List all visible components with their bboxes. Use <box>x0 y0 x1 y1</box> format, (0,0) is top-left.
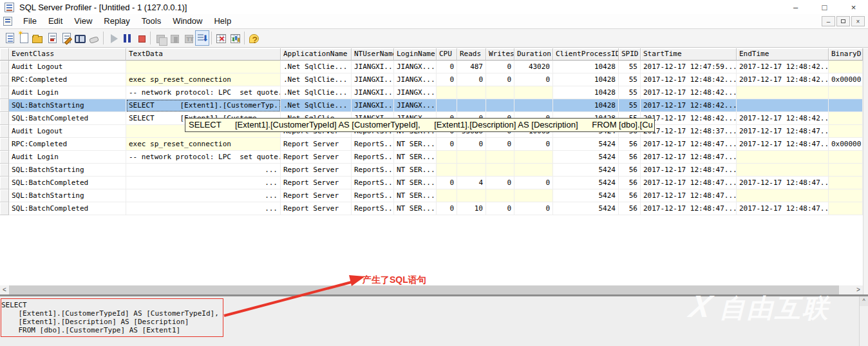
column-header-end[interactable]: EndTime <box>737 48 829 61</box>
column-header-duration[interactable]: Duration <box>514 48 553 61</box>
cell-start[interactable]: 2017-12-17 12:48:47... <box>641 151 737 164</box>
cell-duration[interactable] <box>514 86 553 99</box>
pause-trace-button[interactable] <box>120 30 134 46</box>
cell-eventClass[interactable]: Audit Login <box>9 86 126 99</box>
horizontal-scrollbar-thumb[interactable] <box>9 285 839 294</box>
cell-appName[interactable]: .Net SqlClie... <box>281 61 352 73</box>
cell-eventClass[interactable]: Audit Logout <box>9 125 126 138</box>
cell-cpu[interactable] <box>437 86 457 99</box>
scroll-up-button[interactable]: ^ <box>860 296 868 306</box>
cell-binary[interactable] <box>829 177 863 189</box>
row-header-cell[interactable] <box>0 177 9 189</box>
table-row[interactable]: RPC:Completedexec sp_reset_connection.Ne… <box>0 73 863 86</box>
cell-end[interactable]: 2017-12-17 12:48:47... <box>737 138 829 151</box>
menu-item-replay[interactable]: Replay <box>98 14 135 28</box>
cell-start[interactable]: 2017-12-17 12:48:42... <box>641 112 737 125</box>
cell-writes[interactable] <box>486 189 514 202</box>
table-row[interactable]: Audit Login-- network protocol: LPC set … <box>0 86 863 99</box>
cell-writes[interactable] <box>486 151 514 164</box>
cell-eventClass[interactable]: RPC:Completed <box>9 138 126 151</box>
cell-cpu[interactable]: 0 <box>437 73 457 86</box>
find-button[interactable] <box>73 30 87 46</box>
row-header-cell[interactable] <box>0 138 9 151</box>
cell-eventClass[interactable]: SQL:BatchStarting <box>9 164 126 177</box>
toggle-breakpoint-button[interactable] <box>181 30 195 46</box>
column-header-ntUser[interactable]: NTUserName <box>352 48 394 61</box>
menu-item-edit[interactable]: Edit <box>42 14 68 28</box>
cell-appName[interactable]: .Net SqlClie... <box>281 73 352 86</box>
cell-duration[interactable] <box>514 151 553 164</box>
cell-ntUser[interactable]: JIANGXI... <box>352 99 394 112</box>
cell-cpid[interactable]: 10428 <box>553 86 619 99</box>
cell-spid[interactable]: 55 <box>619 61 641 73</box>
menu-item-view[interactable]: View <box>68 14 98 28</box>
cell-binary[interactable]: 0x00000 <box>829 138 863 151</box>
cell-cpu[interactable]: 0 <box>437 202 457 215</box>
cell-appName[interactable]: Report Server <box>281 189 352 202</box>
cell-login[interactable]: JIANGX... <box>394 61 437 73</box>
cell-textData[interactable]: ... <box>126 189 281 202</box>
detail-vertical-scrollbar[interactable]: ^ <box>859 296 868 346</box>
cell-cpid[interactable]: 5424 <box>553 202 619 215</box>
row-header-cell[interactable] <box>0 61 9 73</box>
cell-eventClass[interactable]: Audit Login <box>9 151 126 164</box>
table-row[interactable]: SQL:BatchCompleted...Report ServerReport… <box>0 202 863 215</box>
cell-ntUser[interactable]: ReportS... <box>352 202 394 215</box>
menu-item-window[interactable]: Window <box>167 14 208 28</box>
cell-cpid[interactable]: 5424 <box>553 189 619 202</box>
cell-end[interactable]: 2017-12-17 12:48:42... <box>737 73 829 86</box>
help-button[interactable] <box>247 30 261 46</box>
cell-eventClass[interactable]: RPC:Completed <box>9 73 126 86</box>
cell-start[interactable]: 2017-12-17 12:48:42... <box>641 99 737 112</box>
maximize-button[interactable]: □ <box>810 0 839 14</box>
cell-appName[interactable]: Report Server <box>281 202 352 215</box>
cell-duration[interactable] <box>514 189 553 202</box>
cell-login[interactable]: JIANGX... <box>394 86 437 99</box>
stop-trace-button[interactable] <box>134 30 148 46</box>
table-row[interactable]: Audit Login-- network protocol: LPC set … <box>0 151 863 164</box>
child-restore-button[interactable] <box>836 16 850 26</box>
cell-textData[interactable]: ... <box>126 177 281 189</box>
row-header-cell[interactable] <box>0 99 9 112</box>
cell-end[interactable]: 2017-12-17 12:48:42... <box>737 61 829 73</box>
close-button[interactable]: × <box>839 0 868 14</box>
cell-binary[interactable] <box>829 86 863 99</box>
table-row[interactable]: SQL:BatchStarting...Report ServerReportS… <box>0 189 863 202</box>
cell-duration[interactable]: 43020 <box>514 61 553 73</box>
row-header-cell[interactable] <box>0 125 9 138</box>
cell-spid[interactable]: 55 <box>619 73 641 86</box>
cell-end[interactable]: 2017-12-17 12:48:47... <box>737 202 829 215</box>
table-row[interactable]: SQL:BatchStartingSELECT [Extent1].[Custo… <box>0 99 863 112</box>
cell-start[interactable]: 2017-12-17 12:48:37... <box>641 125 737 138</box>
cell-reads[interactable]: 0 <box>457 73 486 86</box>
cell-reads[interactable] <box>457 164 486 177</box>
cell-start[interactable]: 2017-12-17 12:48:47... <box>641 177 737 189</box>
cell-end[interactable]: 2017-12-17 12:48:47... <box>737 125 829 138</box>
cell-cpid[interactable]: 5424 <box>553 151 619 164</box>
cell-cpu[interactable]: 0 <box>437 61 457 73</box>
cell-cpid[interactable]: 10428 <box>553 73 619 86</box>
column-header-reads[interactable]: Reads <box>457 48 486 61</box>
cell-cpid[interactable]: 5424 <box>553 138 619 151</box>
cell-start[interactable]: 2017-12-17 12:48:47... <box>641 138 737 151</box>
save-trace-button[interactable] <box>44 30 59 46</box>
column-header-eventClass[interactable]: EventClass <box>9 48 126 61</box>
cell-textData[interactable]: SELECT [Extent1].[CustomerTyp... <box>126 99 281 112</box>
cell-writes[interactable] <box>486 164 514 177</box>
cell-ntUser[interactable]: JIANGXI... <box>352 61 394 73</box>
cell-spid[interactable]: 55 <box>619 86 641 99</box>
menu-item-tools[interactable]: Tools <box>136 14 167 28</box>
cell-duration[interactable]: 0 <box>514 177 553 189</box>
cell-cpid[interactable]: 10428 <box>553 99 619 112</box>
cell-reads[interactable] <box>457 86 486 99</box>
scroll-right-button[interactable]: > <box>854 285 863 294</box>
column-header-cpu[interactable]: CPU <box>437 48 457 61</box>
cell-binary[interactable] <box>829 125 863 138</box>
cell-duration[interactable] <box>514 164 553 177</box>
grid-vertical-scrollbar[interactable] <box>863 48 868 294</box>
cell-binary[interactable] <box>829 99 863 112</box>
cell-ntUser[interactable]: ReportS... <box>352 151 394 164</box>
cell-login[interactable]: JIANGX... <box>394 73 437 86</box>
cell-cpid[interactable]: 5424 <box>553 177 619 189</box>
row-header-cell[interactable] <box>0 73 9 86</box>
